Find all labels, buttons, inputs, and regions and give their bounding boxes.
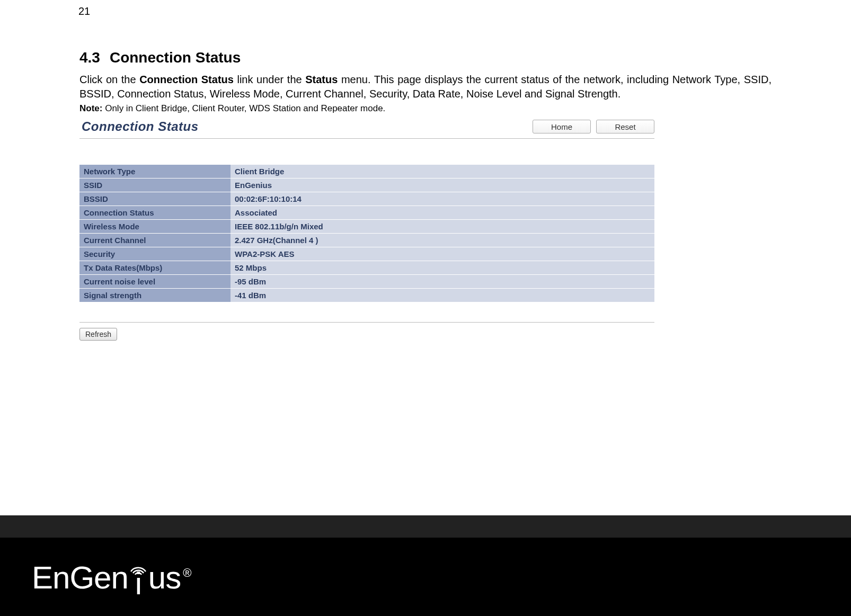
intro-paragraph: Click on the Connection Status link unde… bbox=[79, 73, 772, 101]
panel-title: Connection Status bbox=[79, 119, 199, 134]
value-tx-data-rates: 52 Mbps bbox=[231, 261, 654, 275]
section-title: Connection Status bbox=[110, 49, 241, 66]
table-row: BSSID 00:02:6F:10:10:14 bbox=[79, 192, 654, 206]
table-row: Current noise level -95 dBm bbox=[79, 275, 654, 289]
value-signal-strength: -41 dBm bbox=[231, 289, 654, 302]
connection-status-panel: Connection Status Home Reset Network Typ… bbox=[79, 117, 654, 341]
value-noise-level: -95 dBm bbox=[231, 275, 654, 289]
value-current-channel: 2.427 GHz(Channel 4 ) bbox=[231, 234, 654, 247]
note-line: Note: Only in Client Bridge, Client Rout… bbox=[79, 103, 772, 114]
label-wireless-mode: Wireless Mode bbox=[79, 220, 231, 234]
table-row: Wireless Mode IEEE 802.11b/g/n Mixed bbox=[79, 220, 654, 234]
value-bssid: 00:02:6F:10:10:14 bbox=[231, 192, 654, 206]
label-tx-data-rates: Tx Data Rates(Mbps) bbox=[79, 261, 231, 275]
section-heading: 4.3Connection Status bbox=[79, 49, 772, 66]
value-network-type: Client Bridge bbox=[231, 165, 654, 178]
section-number: 4.3 bbox=[79, 49, 100, 66]
label-current-channel: Current Channel bbox=[79, 234, 231, 247]
label-bssid: BSSID bbox=[79, 192, 231, 206]
logo-i: i bbox=[135, 573, 141, 595]
panel-header: Connection Status Home Reset bbox=[79, 117, 654, 139]
footer-main: EnGen i us ® bbox=[0, 538, 851, 616]
label-security: Security bbox=[79, 247, 231, 261]
table-row: Signal strength -41 dBm bbox=[79, 289, 654, 302]
label-noise-level: Current noise level bbox=[79, 275, 231, 289]
label-ssid: SSID bbox=[79, 178, 231, 192]
registered-icon: ® bbox=[183, 566, 191, 580]
panel-top-buttons: Home Reset bbox=[533, 120, 654, 133]
table-row: Security WPA2-PSK AES bbox=[79, 247, 654, 261]
logo-text-part1: EnGen bbox=[32, 562, 128, 594]
value-connection-status: Associated bbox=[231, 206, 654, 220]
label-connection-status: Connection Status bbox=[79, 206, 231, 220]
value-security: WPA2-PSK AES bbox=[231, 247, 654, 261]
value-wireless-mode: IEEE 802.11b/g/n Mixed bbox=[231, 220, 654, 234]
table-row: Connection Status Associated bbox=[79, 206, 654, 220]
wifi-icon: i bbox=[129, 561, 148, 595]
divider bbox=[79, 322, 654, 323]
label-signal-strength: Signal strength bbox=[79, 289, 231, 302]
table-row: Current Channel 2.427 GHz(Channel 4 ) bbox=[79, 234, 654, 247]
label-network-type: Network Type bbox=[79, 165, 231, 178]
table-row: Network Type Client Bridge bbox=[79, 165, 654, 178]
status-table: Network Type Client Bridge SSID EnGenius… bbox=[79, 164, 654, 302]
table-row: Tx Data Rates(Mbps) 52 Mbps bbox=[79, 261, 654, 275]
page-number: 21 bbox=[78, 5, 772, 17]
table-row: SSID EnGenius bbox=[79, 178, 654, 192]
reset-button[interactable]: Reset bbox=[596, 120, 654, 133]
engenius-logo: EnGen i us ® bbox=[32, 560, 191, 594]
home-button[interactable]: Home bbox=[533, 120, 591, 133]
footer: EnGen i us ® bbox=[0, 515, 851, 616]
logo-text-part2: us bbox=[148, 562, 181, 594]
footer-strip bbox=[0, 515, 851, 538]
value-ssid: EnGenius bbox=[231, 178, 654, 192]
refresh-button[interactable]: Refresh bbox=[79, 328, 117, 341]
